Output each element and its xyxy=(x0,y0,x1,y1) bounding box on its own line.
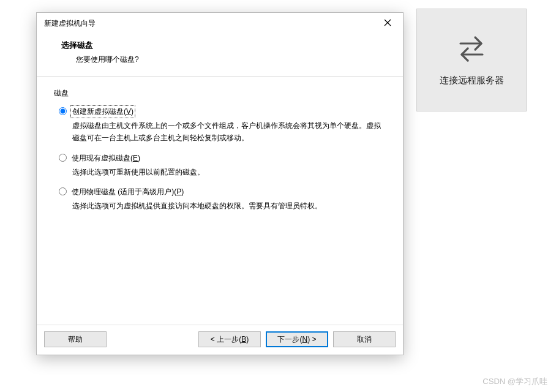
close-icon xyxy=(384,19,391,28)
dialog-titlebar: 新建虚拟机向导 xyxy=(37,13,403,34)
radio-create-new-disk[interactable]: 创建新虚拟磁盘(V) xyxy=(59,107,381,117)
disk-group-label: 磁盘 xyxy=(51,88,71,99)
cancel-button[interactable]: 取消 xyxy=(333,331,396,347)
radio-use-existing-disk-label: 使用现有虚拟磁盘(E) xyxy=(72,153,140,164)
next-button[interactable]: 下一步(N) > xyxy=(266,331,328,347)
radio-use-existing-disk-desc: 选择此选项可重新使用以前配置的磁盘。 xyxy=(72,166,381,178)
radio-use-physical-disk-input[interactable] xyxy=(59,187,67,195)
wizard-footer: 帮助 < 上一步(B) 下一步(N) > 取消 xyxy=(37,325,403,355)
radio-use-existing-disk[interactable]: 使用现有虚拟磁盘(E) xyxy=(59,153,381,164)
wizard-heading: 选择磁盘 xyxy=(61,40,391,51)
radio-create-new-disk-input[interactable] xyxy=(59,107,67,115)
wizard-subheading: 您要使用哪个磁盘? xyxy=(61,55,391,65)
help-button[interactable]: 帮助 xyxy=(44,331,107,347)
wizard-header: 选择磁盘 您要使用哪个磁盘? xyxy=(37,34,403,76)
new-vm-wizard-dialog: 新建虚拟机向导 选择磁盘 您要使用哪个磁盘? 磁盘 创建新虚拟磁盘(V) 虚拟磁… xyxy=(36,12,404,355)
radio-use-physical-disk[interactable]: 使用物理磁盘 (适用于高级用户)(P) xyxy=(59,187,381,197)
connect-remote-server-tile[interactable]: 连接远程服务器 xyxy=(416,9,527,111)
close-button[interactable] xyxy=(375,14,400,32)
watermark: CSDN @学习爪哇 xyxy=(483,376,547,387)
swap-arrows-icon xyxy=(456,34,487,65)
radio-use-existing-disk-input[interactable] xyxy=(59,154,67,162)
wizard-content: 磁盘 创建新虚拟磁盘(V) 虚拟磁盘由主机文件系统上的一个或多个文件组成，客户机… xyxy=(37,77,403,325)
dialog-title: 新建虚拟机向导 xyxy=(44,18,375,29)
radio-create-new-disk-label: 创建新虚拟磁盘(V) xyxy=(72,107,134,117)
radio-use-physical-disk-label: 使用物理磁盘 (适用于高级用户)(P) xyxy=(72,187,184,197)
radio-create-new-disk-desc: 虚拟磁盘由主机文件系统上的一个或多个文件组成，客户机操作系统会将其视为单个硬盘。… xyxy=(72,119,381,145)
connect-remote-server-label: 连接远程服务器 xyxy=(440,75,504,86)
back-button[interactable]: < 上一步(B) xyxy=(198,331,261,347)
disk-group-box: 创建新虚拟磁盘(V) 虚拟磁盘由主机文件系统上的一个或多个文件组成，客户机操作系… xyxy=(50,94,389,227)
radio-use-physical-disk-desc: 选择此选项可为虚拟机提供直接访问本地硬盘的权限。需要具有管理员特权。 xyxy=(72,200,381,212)
